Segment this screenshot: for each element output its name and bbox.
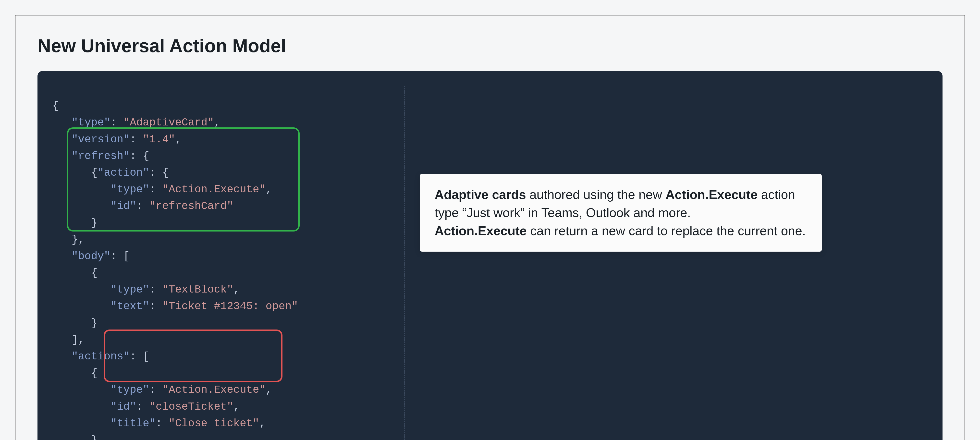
desc-text-3: can return a new card to replace the cur…: [527, 224, 806, 238]
desc-bold-1: Adaptive cards: [434, 187, 526, 202]
code-line: "version": [52, 133, 130, 146]
code-line: "body": [52, 250, 110, 262]
desc-text-1: authored using the new: [526, 187, 666, 202]
code-line: }: [52, 217, 97, 229]
code-line: "title": [52, 417, 156, 429]
vertical-divider: [404, 86, 405, 440]
code-line: "text": [52, 300, 149, 312]
code-line: {: [52, 100, 59, 112]
code-line: "id": [52, 400, 136, 413]
code-line: "type": [52, 116, 110, 129]
code-line: {: [52, 167, 97, 179]
desc-bold-2: Action.Execute: [665, 187, 757, 202]
desc-bold-3: Action.Execute: [434, 224, 527, 238]
code-line: "id": [52, 200, 136, 212]
section-heading: New Universal Action Model: [38, 35, 942, 56]
code-line: }: [52, 434, 97, 440]
content-frame: New Universal Action Model { "type": "Ad…: [15, 15, 965, 440]
code-card: { "type": "AdaptiveCard", "version": "1.…: [38, 71, 942, 440]
description-column: Adaptive cards authored using the new Ac…: [420, 81, 928, 440]
code-line: {: [52, 267, 97, 279]
code-block: { "type": "AdaptiveCard", "version": "1.…: [52, 81, 385, 440]
code-line: }: [52, 317, 97, 329]
code-line: },: [52, 234, 84, 246]
code-line: "type": [52, 283, 149, 296]
description-box: Adaptive cards authored using the new Ac…: [420, 174, 822, 252]
page: New Universal Action Model { "type": "Ad…: [0, 0, 980, 440]
code-line: "type": [52, 183, 149, 195]
code-line: {: [52, 367, 97, 379]
code-line: "refresh": [52, 150, 130, 162]
code-line: "actions": [52, 350, 130, 362]
code-line: "type": [52, 384, 149, 396]
code-line: ],: [52, 334, 84, 346]
